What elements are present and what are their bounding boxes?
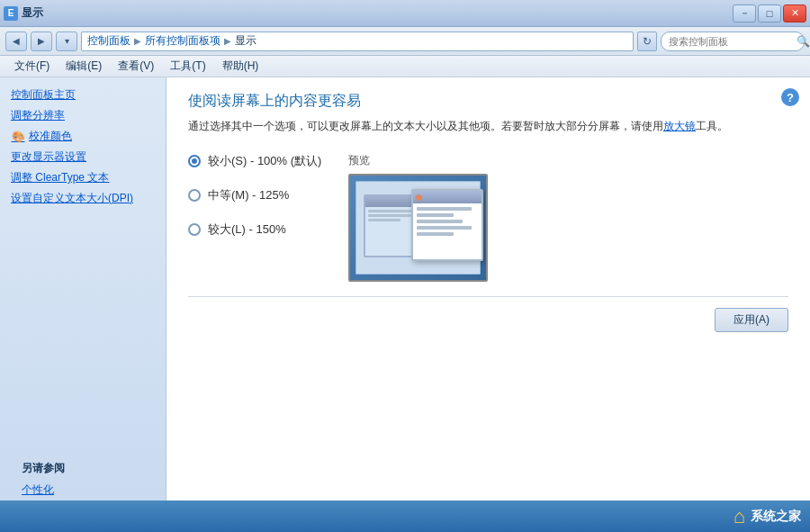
sidebar-item-resolution[interactable]: 调整分辨率 xyxy=(0,105,166,126)
minimize-button[interactable]: － xyxy=(733,5,756,23)
preview-box xyxy=(348,174,488,282)
menu-help[interactable]: 帮助(H) xyxy=(215,57,266,76)
preview-fg-titlebar xyxy=(413,191,482,203)
preview-line2 xyxy=(417,213,454,217)
window-title: 显示 xyxy=(22,5,43,21)
option-medium-label: 中等(M) - 125% xyxy=(208,187,289,203)
preview-line5 xyxy=(417,232,454,236)
content-title: 使阅读屏幕上的内容更容易 xyxy=(188,92,788,111)
preview-bg-line2 xyxy=(368,214,411,217)
search-input[interactable] xyxy=(669,36,793,47)
menu-edit[interactable]: 编辑(E) xyxy=(58,57,109,76)
breadcrumb-part2[interactable]: 所有控制面板项 xyxy=(145,33,220,49)
desc-suffix: 工具。 xyxy=(696,120,728,132)
sidebar-label: 校准颜色 xyxy=(29,129,72,144)
preview-column: 预览 xyxy=(348,153,488,282)
breadcrumb-sep2: ▶ xyxy=(224,36,231,46)
desc-text: 通过选择其中一个选项，可以更改屏幕上的文本大小以及其他项。若要暂时放大部分分屏幕… xyxy=(188,120,663,132)
magnifier-link[interactable]: 放大镜 xyxy=(663,120,696,132)
option-medium[interactable]: 中等(M) - 125% xyxy=(188,187,321,203)
taskbar-logo: ⌂ 系统之家 xyxy=(734,505,801,528)
search-bar: 🔍 xyxy=(661,32,805,51)
menu-tools[interactable]: 工具(T) xyxy=(163,57,212,76)
radio-small[interactable] xyxy=(188,155,201,167)
maximize-button[interactable]: □ xyxy=(758,5,781,23)
color-icon: 🎨 xyxy=(11,130,25,144)
sidebar-item-personalization[interactable]: 个性化 xyxy=(11,480,155,500)
sidebar-label: 设置自定义文本大小(DPI) xyxy=(11,191,133,206)
also-section-title: 另请参阅 xyxy=(11,454,155,480)
sidebar: 控制面板主页 调整分辨率 🎨 校准颜色 更改显示器设置 调整 ClearType… xyxy=(0,77,166,532)
dropdown-button[interactable]: ▾ xyxy=(56,32,77,51)
preview-win-content xyxy=(413,203,482,242)
app-icon: E xyxy=(4,6,18,21)
preview-line3 xyxy=(417,220,463,223)
taskbar: ⌂ 系统之家 xyxy=(0,500,810,532)
logo-house-icon: ⌂ xyxy=(734,505,745,528)
divider xyxy=(188,296,788,297)
sidebar-label: 调整分辨率 xyxy=(11,108,65,123)
apply-row: 应用(A) xyxy=(188,308,788,332)
main-container: 控制面板主页 调整分辨率 🎨 校准颜色 更改显示器设置 调整 ClearType… xyxy=(0,77,810,532)
options-column: 较小(S) - 100% (默认) 中等(M) - 125% 较大(L) - 1… xyxy=(188,153,321,238)
titlebar-left: E 显示 xyxy=(4,5,43,21)
help-button[interactable]: ? xyxy=(781,88,799,106)
sidebar-item-calibrate-color[interactable]: 🎨 校准颜色 xyxy=(0,126,166,147)
menubar: 文件(F) 编辑(E) 查看(V) 工具(T) 帮助(H) xyxy=(0,56,810,77)
sidebar-label: 更改显示器设置 xyxy=(11,149,86,165)
search-icon[interactable]: 🔍 xyxy=(796,35,810,48)
content-area: ? 使阅读屏幕上的内容更容易 通过选择其中一个选项，可以更改屏幕上的文本大小以及… xyxy=(166,77,810,532)
sidebar-label: 控制面板主页 xyxy=(11,87,76,103)
options-preview-row: 较小(S) - 100% (默认) 中等(M) - 125% 较大(L) - 1… xyxy=(188,153,788,282)
close-button[interactable]: ✕ xyxy=(783,5,806,23)
breadcrumb-bar: 控制面板 ▶ 所有控制面板项 ▶ 显示 xyxy=(81,32,634,51)
preview-line1 xyxy=(417,207,472,211)
window-controls: － □ ✕ xyxy=(733,5,806,23)
sidebar-item-cleartype[interactable]: 调整 ClearType 文本 xyxy=(0,167,166,188)
radio-medium[interactable] xyxy=(188,189,201,202)
option-small[interactable]: 较小(S) - 100% (默认) xyxy=(188,153,321,169)
option-small-label: 较小(S) - 100% (默认) xyxy=(208,153,321,169)
sidebar-label: 个性化 xyxy=(22,482,54,498)
logo-text: 系统之家 xyxy=(751,509,801,525)
forward-button[interactable]: ▶ xyxy=(31,32,52,51)
back-button[interactable]: ◀ xyxy=(5,32,27,51)
sidebar-item-control-panel-home[interactable]: 控制面板主页 xyxy=(0,85,166,105)
preview-bg-line3 xyxy=(368,219,400,221)
refresh-button[interactable]: ↻ xyxy=(637,32,657,51)
preview-fg-window xyxy=(411,189,483,261)
sidebar-spacer xyxy=(0,209,166,446)
apply-button[interactable]: 应用(A) xyxy=(715,308,788,332)
breadcrumb-sep1: ▶ xyxy=(134,36,141,46)
addressbar: ◀ ▶ ▾ 控制面板 ▶ 所有控制面板项 ▶ 显示 ↻ 🔍 xyxy=(0,27,810,56)
preview-line4 xyxy=(417,226,472,230)
content-description: 通过选择其中一个选项，可以更改屏幕上的文本大小以及其他项。若要暂时放大部分分屏幕… xyxy=(188,118,788,135)
menu-view[interactable]: 查看(V) xyxy=(111,57,161,76)
preview-label: 预览 xyxy=(348,153,370,168)
preview-desktop xyxy=(356,181,481,275)
option-large[interactable]: 较大(L) - 150% xyxy=(188,221,321,238)
preview-win-btn xyxy=(416,194,422,201)
sidebar-item-custom-dpi[interactable]: 设置自定义文本大小(DPI) xyxy=(0,188,166,209)
sidebar-label: 调整 ClearType 文本 xyxy=(11,170,109,185)
breadcrumb-current: 显示 xyxy=(235,33,256,49)
radio-large[interactable] xyxy=(188,223,201,236)
sidebar-item-display-settings[interactable]: 更改显示器设置 xyxy=(0,147,166,167)
option-large-label: 较大(L) - 150% xyxy=(208,221,286,238)
titlebar: E 显示 － □ ✕ xyxy=(0,0,810,27)
breadcrumb-part1[interactable]: 控制面板 xyxy=(87,33,130,49)
menu-file[interactable]: 文件(F) xyxy=(7,57,57,76)
